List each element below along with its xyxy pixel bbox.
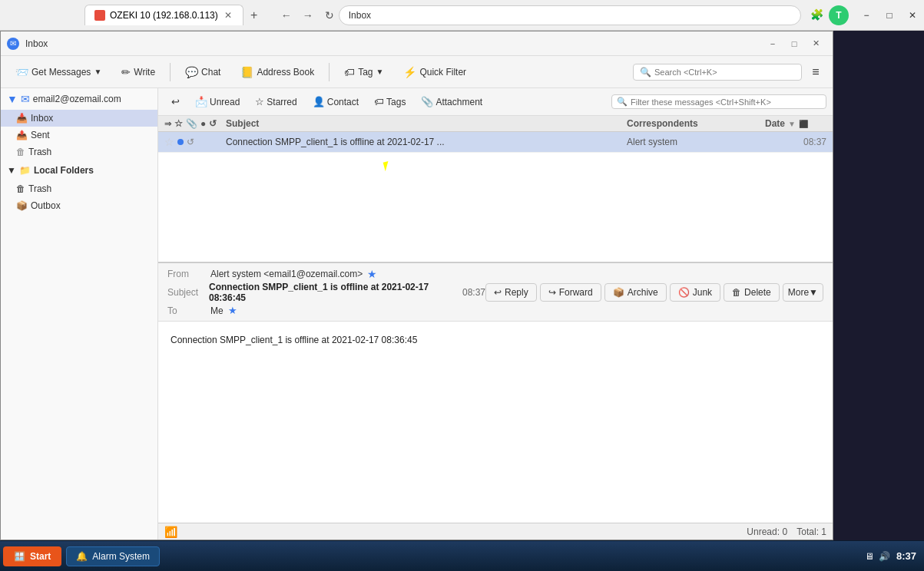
to-label: To: [167, 305, 206, 316]
account-icon: ✉: [21, 93, 30, 105]
get-messages-btn[interactable]: 📨 Get Messages ▼: [7, 61, 110, 83]
search-input[interactable]: [654, 68, 795, 77]
address-bar[interactable]: Inbox: [339, 5, 801, 25]
browser-tab[interactable]: OZEKI 10 (192.168.0.113) ✕: [84, 5, 243, 25]
extensions-btn[interactable]: 🧩: [807, 5, 826, 24]
sidebar-account[interactable]: ▼ ✉ email2@ozemail.com: [1, 88, 157, 110]
forward-btn[interactable]: →: [299, 6, 317, 25]
new-tab-btn[interactable]: +: [243, 5, 265, 26]
junk-icon: 🚫: [678, 287, 690, 298]
browser-chrome: OZEKI 10 (192.168.0.113) ✕ + ← → ↻ Inbox…: [0, 0, 924, 31]
trash-icon: 🗑: [16, 147, 25, 157]
toolbar-divider-2: [329, 63, 330, 81]
archive-icon: 📦: [613, 287, 624, 298]
browser-minimize-btn[interactable]: −: [855, 4, 878, 27]
contact-filter-btn[interactable]: 👤 Contact: [306, 92, 366, 111]
total-count: Total: 1: [796, 526, 826, 537]
from-star[interactable]: ★: [367, 268, 377, 280]
to-star[interactable]: ★: [228, 305, 237, 316]
read-dot: [177, 139, 184, 145]
col-correspondents[interactable]: Correspondents: [627, 118, 765, 129]
msg-action-btns: ↩ Reply ↪ Forward 📦 Archive 🚫: [485, 283, 823, 302]
sidebar-outbox[interactable]: 📦 Outbox: [1, 197, 157, 214]
starred-filter-btn[interactable]: ☆ Starred: [248, 92, 303, 111]
taskbar: 🪟 Start 🔔 Alarm System 🖥 🔊 8:37: [0, 540, 924, 571]
contact-icon: 👤: [313, 96, 325, 107]
address-book-icon: 📒: [240, 66, 253, 78]
more-btn[interactable]: More ▼: [783, 283, 823, 302]
starred-label: Starred: [267, 97, 296, 107]
quick-filter-btn[interactable]: ⚡ Quick Filter: [395, 61, 475, 83]
wifi-icon: 📶: [164, 526, 177, 538]
write-icon: ✏: [121, 66, 131, 78]
browser-nav: ← → ↻: [271, 6, 339, 25]
star-flag[interactable]: ☆: [164, 136, 174, 148]
quick-filter-icon: ⚡: [403, 66, 416, 78]
browser-maximize-btn[interactable]: □: [878, 4, 901, 27]
sys-tray: 🖥 🔊: [865, 551, 890, 562]
tag-btn[interactable]: 🏷 Tag ▼: [336, 61, 392, 83]
msg-from-info: From Alert system <email1@ozemail.com> ★…: [167, 268, 485, 316]
search-box[interactable]: 🔍: [633, 64, 802, 81]
window-controls: − □ ✕: [855, 4, 924, 27]
filter-box[interactable]: 🔍: [611, 94, 826, 109]
delete-btn[interactable]: 🗑 Delete: [724, 283, 780, 302]
email-window: ✉ Inbox − □ ✕ 📨 Get Messages ▼ ✏ Write 💬…: [0, 31, 833, 540]
col-reload-icon: ↺: [209, 118, 217, 129]
start-btn[interactable]: 🪟 Start: [3, 546, 61, 566]
table-row[interactable]: ☆ ↺ Connection SMPP_client_1 is offline …: [158, 132, 833, 153]
email-maximize-btn[interactable]: □: [783, 33, 805, 54]
address-book-btn[interactable]: 📒 Address Book: [232, 61, 323, 83]
email-close-btn[interactable]: ✕: [805, 33, 826, 54]
browser-actions: 🧩 T: [801, 5, 855, 25]
expand-icon: ⬛: [799, 120, 808, 128]
col-date[interactable]: Date ▼ ⬛: [765, 118, 826, 129]
email-minimize-btn[interactable]: −: [762, 33, 783, 54]
msg-from-line: From Alert system <email1@ozemail.com> ★: [167, 268, 485, 280]
col-paperclip-icon: 📎: [186, 118, 197, 129]
back-btn[interactable]: ←: [277, 6, 296, 25]
address-text: Inbox: [349, 10, 371, 21]
msg-date-cell: 08:37: [765, 137, 826, 147]
filter-input[interactable]: [631, 97, 821, 107]
subject-label: Subject: [167, 287, 204, 298]
sidebar-local-trash[interactable]: 🗑 Trash: [1, 180, 157, 197]
col-thread-icon: ⇒: [164, 119, 171, 129]
email-body: ▼ ✉ email2@ozemail.com 📥 Inbox 📤 Sent 🗑 …: [1, 88, 833, 540]
msg-from-cell: Alert system: [627, 137, 765, 147]
sent-label: Sent: [31, 130, 50, 140]
refresh-btn[interactable]: ↻: [320, 6, 339, 25]
toolbar-menu-btn[interactable]: ≡: [805, 61, 826, 83]
write-btn[interactable]: ✏ Write: [113, 61, 164, 83]
reply-btn[interactable]: ↩ Reply: [485, 283, 537, 302]
sidebar-folder-sent[interactable]: 📤 Sent: [1, 127, 157, 144]
email-app-icon: ✉: [7, 38, 19, 50]
more-dropdown-icon: ▼: [809, 287, 818, 298]
browser-close-btn[interactable]: ✕: [901, 4, 924, 27]
junk-btn[interactable]: 🚫 Junk: [670, 283, 720, 302]
trash-label: Trash: [28, 147, 51, 157]
user-avatar[interactable]: T: [829, 5, 849, 25]
search-icon: 🔍: [640, 67, 651, 78]
attachment-filter-btn[interactable]: 📎 Attachment: [414, 92, 489, 111]
archive-btn[interactable]: 📦 Archive: [604, 283, 667, 302]
attachment-label: Attachment: [436, 97, 482, 107]
taskbar-alarm-icon: 🔔: [76, 551, 88, 562]
back-nav-btn[interactable]: ↩: [164, 92, 187, 111]
start-icon: 🪟: [14, 551, 25, 562]
tags-filter-btn[interactable]: 🏷 Tags: [367, 92, 412, 111]
tab-close-btn[interactable]: ✕: [223, 10, 233, 21]
forward-btn[interactable]: ↪ Forward: [540, 283, 601, 302]
sidebar-local-folders[interactable]: ▼ 📁 Local Folders: [1, 160, 157, 180]
col-subject[interactable]: Subject: [226, 118, 627, 129]
unread-filter-btn[interactable]: 📩 Unread: [188, 92, 247, 111]
unread-label: Unread: [210, 97, 240, 107]
sidebar-folder-trash[interactable]: 🗑 Trash: [1, 144, 157, 160]
account-expand-icon: ▼: [7, 93, 18, 105]
tags-label: Tags: [386, 97, 406, 107]
sidebar-folder-inbox[interactable]: 📥 Inbox: [1, 110, 157, 127]
chat-btn[interactable]: 💬 Chat: [177, 61, 229, 83]
taskbar-alarm-app[interactable]: 🔔 Alarm System: [66, 546, 160, 566]
subject-time: 08:37: [462, 287, 485, 298]
date-col-label: Date: [765, 118, 785, 129]
